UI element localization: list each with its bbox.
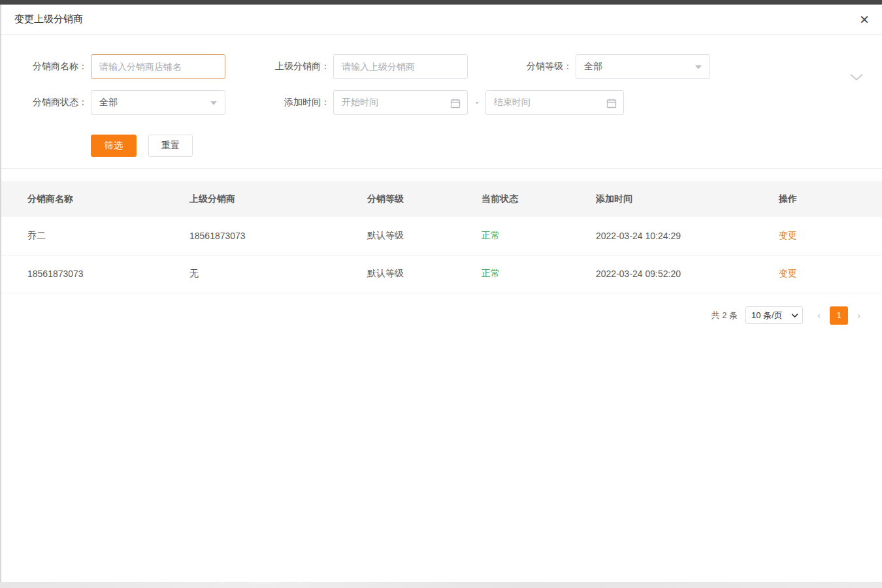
level-label: 分销等级： bbox=[468, 61, 572, 73]
col-header-time: 添加时间 bbox=[596, 181, 779, 217]
start-time-placeholder: 开始时间 bbox=[342, 97, 378, 108]
col-header-name: 分销商名称 bbox=[1, 181, 189, 217]
cell-parent: 无 bbox=[189, 255, 367, 293]
col-header-parent: 上级分销商 bbox=[189, 181, 367, 217]
col-header-level: 分销等级 bbox=[367, 181, 482, 217]
modal-header: 变更上级分销商 × bbox=[1, 5, 882, 35]
status-badge: 正常 bbox=[482, 230, 500, 240]
table-header-row: 分销商名称 上级分销商 分销等级 当前状态 添加时间 操作 bbox=[1, 181, 882, 217]
filter-row-2: 分销商状态： 全部 添加时间： 开始时间 bbox=[1, 90, 882, 115]
filter-actions: 筛选 重置 bbox=[91, 135, 882, 157]
table-row: 乔二 18561873073 默认等级 正常 2022-03-24 10:24:… bbox=[1, 217, 882, 255]
col-header-action: 操作 bbox=[779, 181, 882, 217]
cell-level: 默认等级 bbox=[367, 217, 482, 255]
filter-row-1: 分销商名称： 上级分销商： 分销等级： 全部 bbox=[1, 54, 882, 79]
page-size-select[interactable]: 10 条/页 bbox=[745, 306, 803, 324]
distributor-name-input[interactable] bbox=[91, 54, 225, 79]
change-link[interactable]: 变更 bbox=[779, 230, 797, 240]
cell-level: 默认等级 bbox=[367, 255, 482, 293]
distributor-table: 分销商名称 上级分销商 分销等级 当前状态 添加时间 操作 乔二 1856187… bbox=[1, 181, 882, 293]
status-select-value: 全部 bbox=[99, 97, 118, 108]
pagination: 共 2 条 10 条/页 ‹ 1 › bbox=[1, 306, 866, 325]
chevron-down-icon bbox=[791, 313, 798, 318]
filter-button[interactable]: 筛选 bbox=[91, 135, 137, 157]
calendar-icon bbox=[606, 98, 617, 110]
page-size-value: 10 条/页 bbox=[751, 310, 783, 321]
section-divider bbox=[1, 168, 882, 169]
prev-page-icon[interactable]: ‹ bbox=[812, 310, 826, 321]
cell-time: 2022-03-24 10:24:29 bbox=[596, 217, 779, 255]
cell-status: 正常 bbox=[482, 217, 596, 255]
start-time-input[interactable]: 开始时间 bbox=[333, 90, 468, 115]
total-count-label: 共 2 条 bbox=[711, 310, 738, 321]
caret-down-icon bbox=[210, 101, 217, 105]
table-row: 18561873073 无 默认等级 正常 2022-03-24 09:52:2… bbox=[1, 255, 882, 293]
cell-action: 变更 bbox=[779, 255, 882, 293]
level-select[interactable]: 全部 bbox=[576, 54, 710, 79]
page-top-edge bbox=[0, 0, 882, 5]
cell-action: 变更 bbox=[779, 217, 882, 255]
col-header-status: 当前状态 bbox=[482, 181, 596, 217]
chevron-down-icon[interactable] bbox=[849, 73, 864, 84]
add-time-label: 添加时间： bbox=[225, 97, 330, 108]
filter-group-status: 分销商状态： 全部 bbox=[1, 90, 225, 115]
filter-group-parent-distributor: 上级分销商： bbox=[225, 54, 468, 79]
cell-name: 18561873073 bbox=[1, 255, 189, 293]
parent-distributor-input[interactable] bbox=[333, 54, 468, 79]
distributor-name-label: 分销商名称： bbox=[14, 61, 88, 73]
calendar-icon bbox=[450, 98, 461, 110]
status-label: 分销商状态： bbox=[14, 97, 88, 108]
filter-group-distributor-name: 分销商名称： bbox=[1, 54, 225, 79]
modal-title: 变更上级分销商 bbox=[14, 13, 83, 25]
end-time-placeholder: 结束时间 bbox=[494, 97, 531, 108]
status-select[interactable]: 全部 bbox=[91, 90, 225, 115]
status-badge: 正常 bbox=[482, 268, 500, 278]
date-range-separator: - bbox=[476, 97, 479, 108]
filter-section: 分销商名称： 上级分销商： 分销等级： 全部 分销商状态： 全部 bbox=[1, 35, 882, 169]
cell-parent: 18561873073 bbox=[189, 217, 367, 255]
cell-name: 乔二 bbox=[1, 217, 189, 255]
filter-group-add-time: 添加时间： 开始时间 - 结束时间 bbox=[225, 90, 624, 115]
page-bottom-edge bbox=[0, 582, 882, 588]
page-number-button[interactable]: 1 bbox=[830, 306, 848, 325]
change-link[interactable]: 变更 bbox=[779, 268, 797, 278]
level-select-value: 全部 bbox=[584, 61, 602, 73]
caret-down-icon bbox=[695, 65, 702, 69]
filter-group-level: 分销等级： 全部 bbox=[468, 54, 710, 79]
cell-time: 2022-03-24 09:52:20 bbox=[596, 255, 779, 293]
cell-status: 正常 bbox=[482, 255, 596, 293]
next-page-icon[interactable]: › bbox=[852, 310, 866, 321]
close-icon[interactable]: × bbox=[860, 12, 869, 27]
parent-distributor-label: 上级分销商： bbox=[225, 61, 330, 73]
reset-button[interactable]: 重置 bbox=[148, 135, 193, 157]
change-parent-distributor-modal: 变更上级分销商 × 分销商名称： 上级分销商： 分销等级： 全部 分 bbox=[0, 5, 882, 582]
end-time-input[interactable]: 结束时间 bbox=[485, 90, 624, 115]
